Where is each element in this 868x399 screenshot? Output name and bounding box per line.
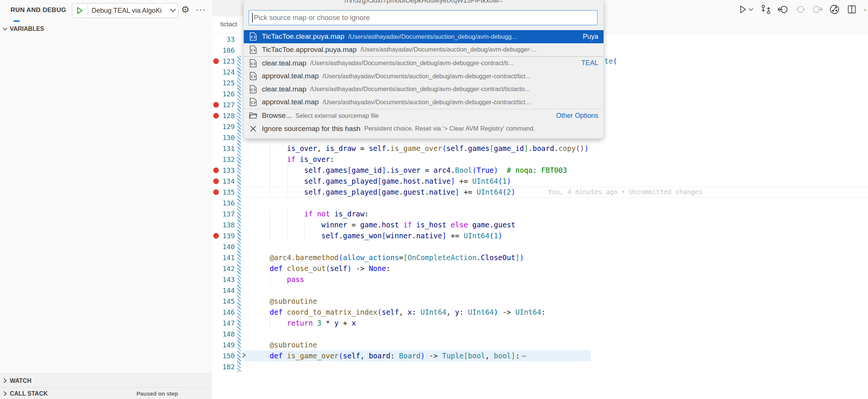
breakpoint-icon[interactable]	[213, 113, 219, 119]
code-token: te	[604, 57, 613, 65]
code-token: game	[360, 221, 377, 229]
chevron-down-icon	[168, 9, 178, 12]
chevron-right-icon	[0, 378, 10, 383]
code-token: ,	[399, 308, 408, 316]
call-stack-section-header[interactable]: CALL STACK Paused on step	[0, 387, 212, 399]
code-line-133[interactable]: 133self.games[game_id].is_over = arc4.Bo…	[212, 165, 868, 176]
breakpoint-icon[interactable]	[213, 102, 219, 108]
breakpoint-icon[interactable]	[213, 168, 219, 173]
code-line-138[interactable]: 138winner = game.host if is_host else ga…	[212, 219, 868, 230]
watch-section-header[interactable]: WATCH	[0, 373, 212, 388]
sourcemap-path: /Users/asthayadav/Documents/auction_debu…	[310, 59, 578, 67]
sourcemap-type-badge: TEAL	[581, 59, 598, 67]
code-line-136[interactable]: 136	[212, 198, 868, 209]
code-line-146[interactable]: 146def coord_to_matrix_index(self, x: UI…	[212, 307, 868, 318]
code-line-143[interactable]: 143pass	[212, 274, 868, 285]
quickpick-item-2[interactable]: clear.teal.map/Users/asthayadav/Document…	[244, 57, 604, 70]
breakpoint-icon[interactable]	[213, 178, 219, 184]
code-line-144[interactable]: 144	[212, 285, 868, 296]
line-number: 125	[220, 78, 235, 88]
code-token: games_won	[343, 231, 382, 240]
code-text: is_over, is_draw = self.is_game_over(sel…	[252, 143, 588, 154]
code-line-135[interactable]: 135self.games_played[game.guest.native] …	[212, 187, 868, 198]
chevron-down-icon	[0, 27, 10, 31]
quickpick-item-browse[interactable]: Browse... Select external sourcemap file…	[244, 109, 604, 122]
fold-chevron-icon[interactable]	[242, 352, 246, 359]
code-token: :	[412, 308, 420, 316]
code-line-134[interactable]: 134self.games_played[game.host.native] +…	[212, 176, 868, 187]
code-line-131[interactable]: 131is_over, is_draw = self.is_game_over(…	[212, 143, 868, 154]
code-token: y	[455, 308, 459, 316]
quickpick-item-3[interactable]: approval.teal.map/Users/asthayadav/Docum…	[244, 70, 604, 83]
code-token: (	[472, 166, 477, 174]
quickpick-item-1[interactable]: TicTacToe.approval.puya.map/Users/asthay…	[244, 43, 604, 56]
line-number: 143	[220, 274, 235, 285]
sourcemap-filename: TicTacToe.clear.puya.map	[262, 32, 344, 41]
code-token: ->	[498, 308, 515, 316]
code-line-148[interactable]: 148	[212, 329, 868, 340]
quickpick-input[interactable]: Pick source map or choose to ignore	[249, 10, 598, 25]
code-line-141[interactable]: 141@arc4.baremethod(allow_actions=[OnCom…	[212, 252, 868, 263]
line-number: 135	[220, 187, 235, 198]
text-caret	[252, 13, 253, 23]
code-token	[412, 221, 416, 229]
more-actions-icon[interactable]: ···	[195, 3, 206, 16]
code-line-145[interactable]: 145@subroutine	[212, 296, 868, 307]
code-text: self.games_played[game.guest.native] += …	[252, 187, 515, 198]
code-token: .	[399, 188, 403, 196]
quickpick-item-0[interactable]: TicTacToe.clear.puya.map/Users/asthayada…	[244, 30, 604, 43]
code-token: UInt64	[515, 308, 541, 316]
code-line-147[interactable]: 147return 3 * y + x	[212, 318, 868, 329]
debug-config-dropdown[interactable]: Debug TEAL via AlgoKi	[72, 3, 178, 18]
code-token: )	[520, 253, 524, 262]
code-text: self.games_played[game.host.native] += U…	[252, 176, 511, 187]
code-token: None	[369, 264, 386, 273]
code-token: ]	[524, 144, 528, 152]
code-token: is_over	[390, 166, 420, 174]
breakpoint-icon[interactable]	[213, 233, 219, 239]
breakpoint-icon[interactable]	[213, 189, 219, 195]
run-and-debug-sidebar: RUN AND DEBUG Debug TEAL via AlgoKi ⚙ ··…	[0, 0, 212, 399]
sourcemap-type-badge: Puya	[583, 33, 598, 41]
breakpoint-icon[interactable]	[213, 58, 219, 64]
line-number: 141	[220, 252, 235, 263]
variables-section-header[interactable]: VARIABLES	[0, 24, 212, 34]
code-token	[283, 264, 287, 273]
other-options-link[interactable]: Other Options	[556, 112, 598, 120]
code-token: # noqa: FBT003	[507, 166, 567, 174]
code-line-137[interactable]: 137if not is_draw:	[212, 209, 868, 219]
code-token: x	[408, 308, 412, 316]
code-text: @arc4.baremethod(allow_actions=[OnComple…	[252, 252, 524, 263]
code-token: @subroutine	[270, 341, 317, 349]
line-number: 147	[220, 318, 235, 329]
code-token: def	[270, 308, 283, 316]
file-code-icon	[249, 97, 258, 107]
code-token: [	[403, 253, 407, 262]
code-line-182[interactable]: 182	[212, 361, 868, 372]
code-line-150[interactable]: 150def is_game_over(self, board: Board) …	[212, 350, 868, 361]
call-stack-label: CALL STACK	[10, 390, 48, 397]
code-token: games	[468, 144, 489, 152]
code-line-132[interactable]: 132if is_over:	[212, 154, 868, 165]
code-token: host	[403, 177, 420, 185]
code-line-142[interactable]: 142def close_out(self) -> None:	[212, 263, 868, 274]
code-token: (	[377, 308, 382, 316]
code-token: (	[442, 144, 446, 152]
quickpick-item-5[interactable]: approval.teal.map/Users/asthayadav/Docum…	[244, 96, 604, 109]
gear-icon[interactable]: ⚙	[180, 3, 191, 16]
start-debug-button[interactable]	[72, 3, 88, 18]
code-line-149[interactable]: 149@subroutine	[212, 340, 868, 350]
quickpick-item-4[interactable]: clear.teal.map/Users/asthayadav/Document…	[244, 83, 604, 96]
code-text: winner = game.host if is_host else game.…	[252, 219, 515, 230]
code-token: .	[321, 188, 326, 196]
code-token: .	[528, 144, 532, 152]
quickpick-item-ignore[interactable]: Ignore sourcemap for this hash Persisten…	[244, 122, 604, 136]
code-token: +	[339, 319, 351, 327]
sourcemap-filename: approval.teal.map	[262, 72, 319, 80]
code-line-140[interactable]: 140	[212, 241, 868, 252]
code-token: +=	[455, 177, 472, 185]
code-token: [	[377, 177, 382, 185]
code-token	[330, 210, 334, 218]
code-text: self.games_won[winner.native] += UInt64(…	[252, 230, 503, 241]
code-line-139[interactable]: 139self.games_won[winner.native] += UInt…	[212, 230, 868, 241]
